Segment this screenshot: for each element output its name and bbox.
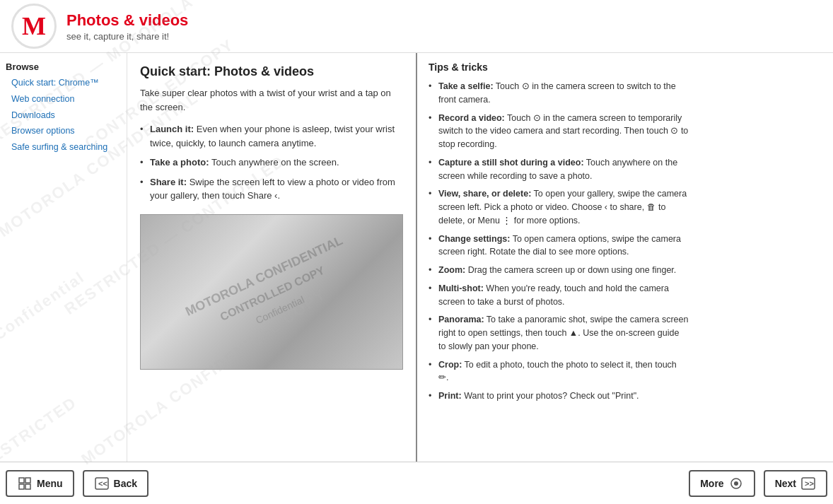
sidebar-browse-label: Browse [6,61,121,72]
next-icon: >> [800,476,816,491]
content-area: Quick start: Photos & videos Take super … [127,53,833,462]
sidebar-item-web-connection[interactable]: Web connection [6,91,121,107]
list-item: View, share, or delete: To open your gal… [429,187,689,227]
tip-term-3: View, share, or delete: [438,189,531,199]
menu-button[interactable]: Menu [6,470,74,497]
svg-text:<<: << [98,479,107,488]
tip-term-8: Crop: [438,360,462,370]
tip-term-1: Record a video: [438,113,505,123]
bullet-text-1: Touch anywhere on the screen. [211,157,339,168]
bullet-term-0: Launch it: [150,124,194,134]
list-item: Capture a still shot during a video: Tou… [429,156,689,183]
svg-rect-1 [25,478,30,483]
bullet-list: Launch it: Even when your phone is aslee… [140,122,403,203]
sidebar: Browse Quick start: Chrome™ Web connecti… [0,53,127,462]
more-button[interactable]: More [689,470,755,497]
list-item: Crop: To edit a photo, touch the photo t… [429,358,689,385]
svg-rect-3 [25,484,30,489]
svg-text:>>: >> [805,479,814,488]
tip-term-4: Change settings: [438,234,510,244]
main-layout: Browse Quick start: Chrome™ Web connecti… [0,53,833,462]
svg-rect-2 [19,484,24,489]
sidebar-item-safe-surfing[interactable]: Safe surfing & searching [6,139,121,156]
next-button[interactable]: Next >> [764,470,827,497]
camera-image: MOTOROLA CONFIDENTIAL CONTROLLED COPY Co… [140,214,403,370]
tip-term-2: Capture a still shot during a video: [438,158,584,168]
tip-term-7: Panorama: [438,315,484,324]
section-title: Quick start: Photos & videos [140,64,403,79]
more-label: More [700,478,723,489]
tip-term-6: Multi-shot: [438,283,484,293]
bullet-term-1: Take a photo: [150,157,209,168]
back-button[interactable]: << Back [83,470,148,497]
tips-list: Take a selfie: Touch ⊙ in the camera scr… [429,80,689,403]
page-title: Photos & videos [66,11,188,30]
tip-text-5: Drag the camera screen up or down using … [468,265,677,275]
back-icon: << [94,476,110,491]
right-panel: Tips & tricks Take a selfie: Touch ⊙ in … [417,53,700,462]
menu-icon [17,476,33,491]
tip-term-9: Print: [438,391,462,401]
list-item: Print: Want to print your photos? Check … [429,389,689,403]
footer-left: Menu << Back [6,470,148,497]
intro-text: Take super clear photos with a twist of … [140,86,403,114]
tip-text-9: Want to print your photos? Check out "Pr… [464,391,639,401]
sidebar-item-quick-start-chrome[interactable]: Quick start: Chrome™ [6,75,121,91]
list-item: Launch it: Even when your phone is aslee… [140,122,403,150]
list-item: Take a selfie: Touch ⊙ in the camera scr… [429,80,689,107]
list-item: Multi-shot: When you're ready, touch and… [429,282,689,309]
logo: M [11,4,57,49]
tip-term-5: Zoom: [438,265,465,275]
more-icon [728,476,744,491]
svg-point-7 [734,481,738,486]
list-item: Share it: Swipe the screen left to view … [140,175,403,203]
left-panel: Quick start: Photos & videos Take super … [127,53,417,462]
tips-title: Tips & tricks [429,61,689,73]
list-item: Record a video: Touch ⊙ in the camera sc… [429,112,689,151]
sidebar-item-browser-options[interactable]: Browser options [6,123,121,139]
footer: Menu << Back More Next [0,462,833,504]
tip-text-8: To edit a photo, touch the photo to sele… [438,360,677,383]
list-item: Zoom: Drag the camera screen up or down … [429,264,689,277]
svg-rect-0 [19,478,24,483]
tip-term-0: Take a selfie: [438,81,494,91]
header-text-block: Photos & videos see it, capture it, shar… [66,11,188,42]
logo-letter: M [22,11,46,41]
list-item: Panorama: To take a panoramic shot, swip… [429,313,689,353]
page-subtitle: see it, capture it, share it! [66,31,188,42]
sidebar-item-downloads[interactable]: Downloads [6,107,121,124]
list-item: Change settings: To open camera options,… [429,233,689,259]
back-label: Back [114,478,137,489]
next-label: Next [775,478,796,489]
menu-label: Menu [37,478,63,489]
bullet-term-2: Share it: [150,177,187,187]
header: M Photos & videos see it, capture it, sh… [0,0,833,53]
bullet-text-2: Swipe the screen left to view a photo or… [150,177,395,201]
list-item: Take a photo: Touch anywhere on the scre… [140,156,403,170]
footer-right: More Next >> [689,470,827,497]
